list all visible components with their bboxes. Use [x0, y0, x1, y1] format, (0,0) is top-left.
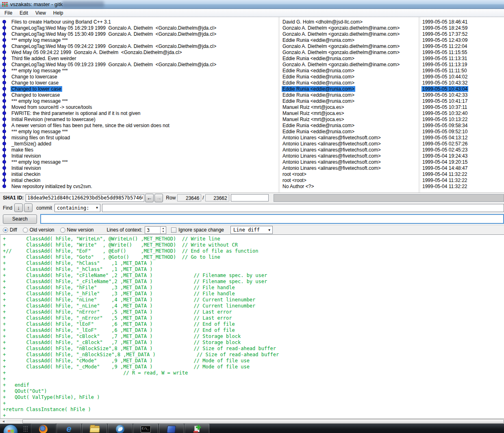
scroll-left-button[interactable]: ◄ [0, 419, 7, 424]
diff-line: + ClassAdd( hFile, "_nError" ,5 ,MET_DAT… [3, 315, 504, 321]
start-button[interactable] [3, 424, 18, 433]
commit-row[interactable]: ChangeLogTag:Wed May 05 09:24:22 1999 Go… [0, 43, 504, 49]
commit-node-icon [0, 148, 9, 152]
commit-row[interactable]: Initial revisionAntonio Linares <alinare… [0, 153, 504, 159]
sha1-input[interactable] [26, 194, 144, 202]
commit-list[interactable]: Files to create Harbour using Borland C+… [0, 17, 504, 193]
spinner-down-icon[interactable]: ▼ [161, 230, 166, 234]
commit-date: 1999-05-05 10:41:17 [421, 98, 468, 104]
commit-row[interactable]: Initial revisionAntonio Linares <alinare… [0, 165, 504, 171]
commit-author: Antonio Linares <alinares@fivetechsoft.c… [282, 159, 382, 165]
diff-line: +// ClassAdd( hFile, "EoF" , @EoF() ,MET… [3, 248, 504, 254]
context-spinner[interactable]: 3 ▲ ▼ [145, 226, 166, 234]
commit-row[interactable]: ChangeLogTag:Wed May 05 15:30:49 1999 Go… [0, 31, 504, 37]
commit-node-icon [0, 99, 9, 103]
diff-radio[interactable] [3, 227, 8, 233]
new-version-radio[interactable] [60, 227, 65, 233]
commit-row[interactable]: A newer version of files has been put he… [0, 122, 504, 128]
find-query-input[interactable] [102, 204, 504, 212]
commit-row[interactable]: Changed to lowercaseEddie Runia <eddie@r… [0, 92, 504, 98]
commit-row[interactable]: Wed May 05 09:24:22 1999 Gonzalo A. Diet… [0, 49, 504, 55]
commit-subject: ChangeLogTag:Wed May 05 15:30:49 1999 Go… [11, 31, 217, 37]
commit-author: Antonio Linares <alinares@fivetechsoft.c… [282, 141, 382, 147]
new-version-radio-label: New version [67, 227, 94, 233]
find-prev-button[interactable]: ↑ [24, 204, 33, 212]
commit-node-icon [0, 87, 9, 91]
old-version-radio[interactable] [23, 227, 28, 233]
commit-row[interactable]: make filesAntonio Linares <alinares@five… [0, 147, 504, 153]
commit-row[interactable]: *** empty log message ***Eddie Runia <ed… [0, 67, 504, 74]
menu-item-help[interactable]: Help [50, 9, 67, 17]
scrollbar-thumb[interactable] [22, 419, 504, 424]
commit-node-icon [0, 111, 9, 115]
commit-row[interactable]: *** empty log message ***Eddie Runia <ed… [0, 37, 504, 43]
horizontal-scrollbar[interactable]: ◄ [0, 418, 504, 424]
commit-node-icon [0, 184, 9, 188]
commit-row[interactable]: FWRITE: the third parameter is optional … [0, 110, 504, 116]
diff-radio-label: Diff [10, 227, 17, 233]
taskbar-item-thunderbird[interactable] [108, 424, 133, 433]
commit-row[interactable]: missing files on first uploadAntonio Lin… [0, 134, 504, 141]
commit-row[interactable]: *** empty log message ***Antonio Linares… [0, 159, 504, 165]
commit-row[interactable]: Change to lowercaseEddie Runia <eddie@ru… [0, 74, 504, 80]
diff-line: + ClassAdd( hFile, "WriteLn", @WriteLn()… [3, 236, 504, 242]
commit-row[interactable]: initial checkinroot <root>1999-05-04 11:… [0, 177, 504, 183]
back-button[interactable]: ← [145, 194, 154, 202]
commit-subject: ChangeLogTag:Wed May 05 16:29:19 1999 Go… [11, 25, 217, 31]
forward-button[interactable]: → [154, 194, 163, 202]
commit-date: 1999-05-05 04:13:12 [421, 135, 468, 141]
right-arrow-icon: → [156, 195, 162, 201]
menu-item-edit[interactable]: Edit [16, 9, 32, 17]
commit-row[interactable]: initial checkinroot <root>1999-05-04 11:… [0, 171, 504, 177]
commit-row[interactable]: ChangeLogTag:Wed May 05 09:19:23 1999 Go… [0, 61, 504, 67]
taskbar-item-blue-app[interactable] [159, 424, 184, 433]
diff-line: + [3, 401, 504, 407]
diff-line: + ClassAdd( hFile, "Goto" , @Goto() ,MET… [3, 254, 504, 260]
taskbar-item-firefox[interactable] [31, 424, 56, 433]
taskbar-divider-dots [23, 426, 28, 433]
taskbar-item-internet-explorer[interactable]: e [56, 424, 81, 433]
commit-subject: ChangeLogTag:Wed May 05 09:24:22 1999 Go… [11, 43, 217, 49]
commit-row[interactable]: *** empty log message ***Eddie Runia <ed… [0, 128, 504, 134]
commit-date: 1999-05-04 11:32:22 [421, 184, 468, 189]
diff-view[interactable]: + ClassAdd( hFile, "WriteLn", @WriteLn()… [0, 234, 504, 418]
thunderbird-icon [116, 425, 124, 433]
commit-row[interactable]: Initial Revision (renamed to lowercase)M… [0, 116, 504, 122]
progress-bar [274, 194, 504, 202]
commit-node-icon [0, 160, 9, 164]
commit-row[interactable]: *** empty log message ***Eddie Runia <ed… [0, 98, 504, 104]
commit-row[interactable]: Change to lower caseEddie Runia <eddie@r… [0, 80, 504, 86]
firefox-icon [39, 425, 48, 433]
row-current: 23646 [177, 194, 201, 201]
search-button[interactable]: Search [3, 214, 37, 224]
taskbar-item-command-prompt[interactable]: C:\_ [133, 424, 158, 433]
blue-app-icon [167, 426, 176, 433]
taskbar-item-explorer-folder[interactable] [82, 424, 107, 433]
menu-item-view[interactable]: View [32, 9, 50, 17]
line-diff-combobox[interactable]: Line diff ▼ [230, 226, 273, 234]
commit-date: 1999-05-04 14:48:47 [421, 165, 468, 171]
search-input[interactable] [40, 214, 504, 224]
ignore-space-checkbox[interactable] [171, 227, 176, 233]
find-match-type-combobox[interactable]: containing: ▼ [54, 204, 100, 212]
commit-author: Gonzalo A. Diethelm <gonzalo.diethelm@in… [282, 62, 400, 67]
find-next-button[interactable]: ↓ [14, 204, 23, 212]
taskbar-item-diff-tool[interactable] [185, 424, 209, 433]
commit-node-icon [0, 32, 9, 36]
commit-subject: Third file added. Even weirder [11, 56, 77, 61]
down-arrow-icon: ↓ [17, 205, 20, 211]
menu-item-file[interactable]: File [1, 9, 16, 17]
commit-row[interactable]: _ItemSize() addedAntonio Linares <alinar… [0, 141, 504, 147]
commit-row[interactable]: ChangeLogTag:Wed May 05 16:29:19 1999 Go… [0, 25, 504, 31]
commit-node-icon [0, 154, 9, 158]
commit-row[interactable]: New repository initialized by cvs2svn.No… [0, 183, 504, 189]
commit-row[interactable]: Changed to lower caseEddie Runia <eddie@… [0, 86, 504, 92]
commit-row[interactable]: Third file added. Even weirderEddie Runi… [0, 55, 504, 61]
commit-node-icon [0, 123, 9, 127]
commit-row[interactable]: Moved from source/rtl -> source/toolsMan… [0, 104, 504, 110]
commit-subject: Initial Revision (renamed to lowercase) [11, 117, 96, 122]
commit-row[interactable]: Files to create Harbour using Borland C+… [0, 19, 504, 25]
commit-subject: A newer version of files has been put he… [11, 123, 170, 128]
diff-line: + ClassAdd( hFile, "_cBlock" ,7 ,MET_DAT… [3, 340, 504, 346]
spinner-up-icon[interactable]: ▲ [161, 227, 166, 230]
